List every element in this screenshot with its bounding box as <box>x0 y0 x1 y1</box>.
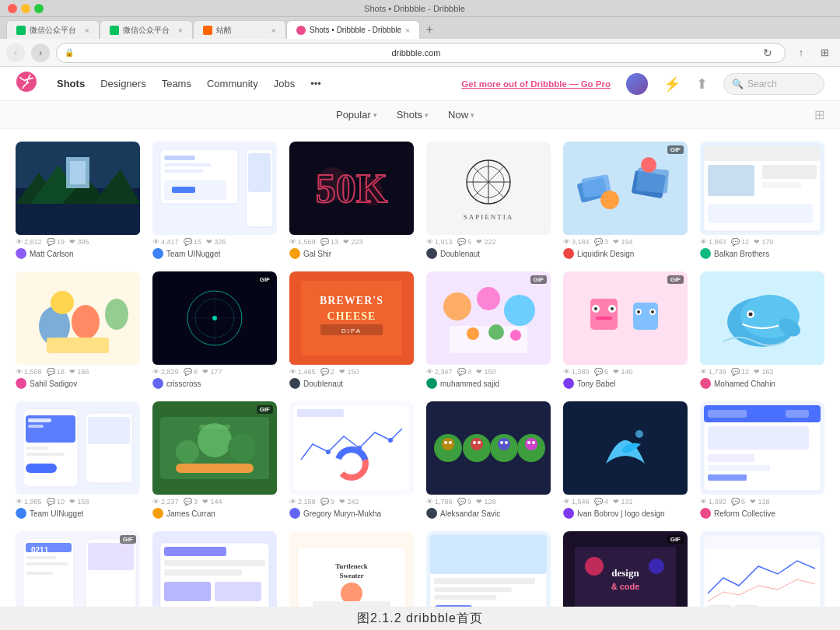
search-bar[interactable]: 🔍 Search <box>723 73 824 95</box>
shot-card[interactable] <box>426 531 551 607</box>
shot-card[interactable]: 50K👁 1,569💬 13❤ 223Gal Shir <box>289 142 414 259</box>
shot-card[interactable]: TurtleneckSweater <box>289 531 414 607</box>
now-filter[interactable]: Now ▾ <box>440 106 482 124</box>
author-avatar <box>16 508 26 519</box>
shot-author[interactable]: Mohamed Chahin <box>700 378 824 389</box>
go-pro-button[interactable]: Get more out of Dribbble — Go Pro <box>461 79 611 89</box>
views-icon: 👁 <box>152 368 159 376</box>
shot-stats: 👁 2,237💬 3❤ 144 <box>152 498 277 506</box>
shot-author[interactable]: Team UINugget <box>152 248 277 259</box>
shot-author[interactable]: Balkan Brothers <box>700 248 824 259</box>
nav-shots[interactable]: Shots <box>57 78 85 89</box>
tab-zhankoo[interactable]: 站酷 × <box>193 20 286 39</box>
shot-stats: 👁 1,786💬 9❤ 128 <box>426 498 551 506</box>
shot-card[interactable]: 👁 1,786💬 9❤ 128Aleksandar Savic <box>426 401 551 519</box>
shot-author[interactable]: Sahil Sadigov <box>16 378 140 389</box>
author-name: Sahil Sadigov <box>30 380 77 388</box>
nav-teams[interactable]: Teams <box>162 78 191 89</box>
shot-author[interactable]: Aleksandar Savic <box>426 508 551 519</box>
new-tab-button[interactable]: + <box>420 20 439 39</box>
share-button[interactable]: ↑ <box>792 44 810 62</box>
shot-card[interactable]: BREWER'SCHEESEDIPA👁 1,465💬 2❤ 150Doublen… <box>289 271 414 389</box>
shot-card[interactable]: GIF👁 1,380💬 6❤ 140Tony Babel <box>563 271 688 389</box>
svg-rect-154 <box>164 569 242 576</box>
nav-community[interactable]: Community <box>207 78 258 89</box>
minimize-button[interactable] <box>21 4 30 13</box>
author-name: Gal Shir <box>303 250 331 258</box>
user-avatar[interactable] <box>626 73 648 95</box>
tab-close-icon[interactable]: × <box>85 26 89 35</box>
shot-author[interactable]: Gregory Muryn-Mukha <box>289 508 414 519</box>
hearts-stat: ❤ 150 <box>476 368 496 376</box>
reload-button[interactable]: ↻ <box>758 44 777 62</box>
tab-wechat-2[interactable]: 微信公众平台 × <box>100 20 193 39</box>
shot-card[interactable]: 👁 1,739💬 12❤ 162Mohamed Chahin <box>700 271 824 389</box>
svg-rect-92 <box>28 425 44 428</box>
shot-author[interactable]: Matt Carlson <box>16 248 140 259</box>
shot-thumbnail: GIF <box>426 271 551 365</box>
svg-rect-135 <box>708 410 747 418</box>
svg-rect-41 <box>762 165 817 179</box>
shot-author[interactable]: Team UINugget <box>16 508 140 519</box>
shot-author[interactable]: muhammed sajid <box>426 378 551 389</box>
close-button[interactable] <box>8 4 17 13</box>
author-avatar <box>289 508 300 519</box>
shot-card[interactable]: 👁 2,158💬 9❤ 242Gregory Muryn-Mukha <box>289 401 414 519</box>
tab-close-icon[interactable]: × <box>271 26 276 35</box>
shot-card[interactable]: 👁 1,985💬 10❤ 158Team UINugget <box>16 401 140 519</box>
shot-author[interactable]: James Curran <box>152 508 277 519</box>
shots-filter[interactable]: Shots ▾ <box>389 106 436 124</box>
shot-author[interactable]: crisscross <box>152 378 277 389</box>
tab-wechat-1[interactable]: 微信公众平台 × <box>6 20 100 39</box>
shot-card[interactable]: 0211GIF <box>16 531 140 607</box>
address-bar[interactable]: 🔒 dribbble.com ↻ <box>56 43 786 63</box>
shot-card[interactable]: GIF👁 3,184💬 3❤ 194Liquidink Design <box>563 142 688 259</box>
shot-thumbnail <box>16 142 140 235</box>
popular-filter[interactable]: Popular ▾ <box>328 106 385 124</box>
shot-thumbnail <box>700 531 824 607</box>
svg-rect-167 <box>434 587 512 592</box>
shot-author[interactable]: Liquidink Design <box>563 248 688 259</box>
shot-card[interactable]: SAPIENTIA👁 1,913💬 5❤ 222Doublenaut <box>426 142 551 259</box>
shot-author[interactable]: Doublenaut <box>426 248 551 259</box>
shot-card[interactable]: 👁 1,392💬 6❤ 118Reform Collective <box>700 401 824 519</box>
nav-jobs[interactable]: Jobs <box>274 78 295 89</box>
shot-card[interactable]: design& codeGIF <box>563 531 688 607</box>
forward-button[interactable]: › <box>31 44 50 62</box>
author-name: Ivan Bobrov | logo design <box>577 509 665 518</box>
views-icon: 👁 <box>426 498 433 506</box>
shot-thumbnail: GIF <box>152 271 277 365</box>
shot-card[interactable]: GIF👁 2,237💬 3❤ 144James Curran <box>152 401 277 519</box>
bookmark-button[interactable]: ⊞ <box>815 44 834 62</box>
nav-more[interactable]: ••• <box>310 78 321 89</box>
shot-card[interactable]: GIF👁 2,347💬 3❤ 150muhammed sajid <box>426 271 551 389</box>
shot-card[interactable]: 👁 1,546💬 4❤ 131Ivan Bobrov | logo design <box>563 401 688 519</box>
shot-card[interactable]: GIF👁 2,829💬 6❤ 177crisscross <box>152 271 277 389</box>
back-button[interactable]: ‹ <box>6 44 25 62</box>
shot-author[interactable]: Ivan Bobrov | logo design <box>563 508 688 519</box>
maximize-button[interactable] <box>34 4 44 13</box>
shot-card[interactable] <box>700 531 824 607</box>
hearts-stat: ❤ 128 <box>476 498 496 506</box>
shot-author[interactable]: Reform Collective <box>700 508 824 519</box>
dribbble-nav: Shots Designers Teams Community Jobs •••… <box>0 67 840 101</box>
shot-card[interactable]: 👁 1,508💬 18❤ 166Sahil Sadigov <box>16 271 140 389</box>
notifications-icon[interactable]: ⚡ <box>663 75 681 93</box>
shot-author[interactable]: Tony Babel <box>563 378 688 389</box>
shot-stats: 👁 2,612💬 19❤ 395 <box>16 238 140 246</box>
nav-designers[interactable]: Designers <box>100 78 146 89</box>
shot-card[interactable]: 👁 1,863💬 12❤ 170Balkan Brothers <box>700 142 824 259</box>
views-stat: 👁 2,829 <box>152 368 179 376</box>
shot-card[interactable]: 👁 2,612💬 19❤ 395Matt Carlson <box>16 142 140 259</box>
tab-close-icon[interactable]: × <box>405 26 410 35</box>
shot-author[interactable]: Doublenaut <box>289 378 414 389</box>
views-stat: 👁 1,913 <box>426 238 453 246</box>
shot-card[interactable]: 👁 4,417💬 15❤ 326Team UINugget <box>152 142 277 259</box>
tab-close-icon[interactable]: × <box>178 26 183 35</box>
svg-rect-162 <box>313 601 390 607</box>
shot-card[interactable] <box>152 531 277 607</box>
tab-dribbble[interactable]: Shots • Dribbble - Dribbble × <box>286 20 420 39</box>
grid-toggle-button[interactable]: ⊞ <box>814 107 824 122</box>
upload-icon[interactable]: ⬆ <box>696 75 708 93</box>
shot-author[interactable]: Gal Shir <box>289 248 414 259</box>
